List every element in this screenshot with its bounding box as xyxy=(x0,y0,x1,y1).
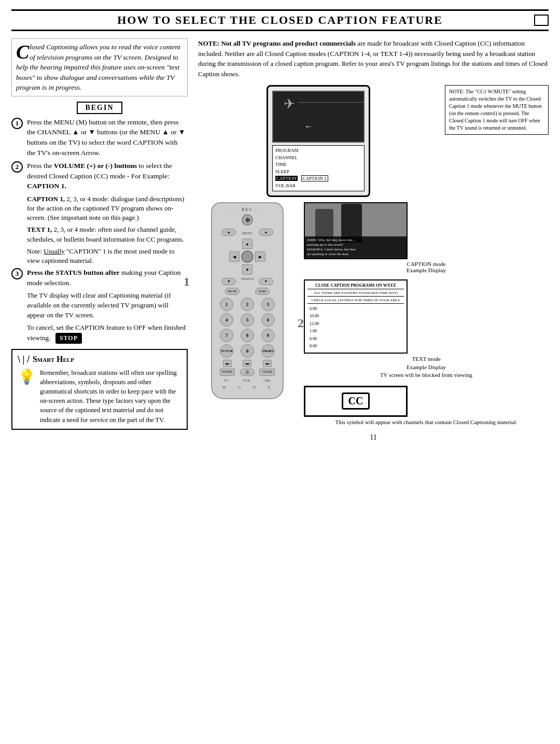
arrow-icon: ← xyxy=(304,122,313,131)
btn-tvcvr[interactable]: TV/VCR xyxy=(220,344,233,358)
dpad: ▲ ▼ ◀ ▶ MENU STATUS xyxy=(229,238,265,275)
remote-panels: 1 · · · REC · · · ⏻ ▲ ▲ xyxy=(198,202,549,426)
dpad-center[interactable] xyxy=(241,250,254,263)
btn-rect3[interactable]: ▬ xyxy=(263,360,272,367)
cc-badge: CC xyxy=(342,392,370,410)
btn-antenna[interactable]: ⊙ xyxy=(240,369,255,376)
title-text: How to Select the Closed Caption Feature xyxy=(117,13,443,26)
text-mode-label: TEXT mode Example Display TV screen will… xyxy=(304,355,549,379)
btn-7[interactable]: 7 xyxy=(220,329,233,342)
text-label2: Example Display xyxy=(304,363,549,371)
stop-badge: STOP xyxy=(55,333,82,344)
cc-symbol-caption: This symbol will appear with channels th… xyxy=(304,418,549,426)
btn-8[interactable]: 8 xyxy=(241,329,254,342)
dpad-down[interactable]: ▼ xyxy=(242,264,253,275)
text-mode-times: 6:00 10:00 12:00 1:00 6:00 8:00 xyxy=(307,305,404,350)
power-button[interactable]: ⏻ xyxy=(242,214,253,226)
step-3: 3 Press the STATUS button after making y… xyxy=(11,268,188,288)
cc-symbol-panel: CC This symbol will appear with channels… xyxy=(304,386,549,426)
btn-rect1[interactable]: ▬ xyxy=(223,360,232,367)
smart-help-title: \ | / Smart Help xyxy=(18,354,181,365)
page-title: How to Select the Closed Caption Feature xyxy=(11,9,549,31)
vol-up-btn[interactable]: ▲ xyxy=(259,229,273,236)
vol-down-btn[interactable]: ▼ xyxy=(259,278,273,285)
time-3: 12:00 xyxy=(310,320,404,328)
remote-illustration: 1 · · · REC · · · ⏻ ▲ ▲ xyxy=(198,202,297,399)
dpad-left[interactable]: ◀ xyxy=(229,251,240,262)
text-label1: TEXT mode xyxy=(304,355,549,363)
caption-line3: MARSHA: I don't know, but they xyxy=(307,247,404,252)
text-bold: TEXT 1, xyxy=(27,226,52,233)
menu-item-caption: CAPTION CAPTION 1 xyxy=(275,175,361,183)
remote-label-1: 1 xyxy=(184,275,190,289)
left-column: C losed Captioning allows you to read th… xyxy=(11,38,188,430)
step-1-content: Press the MENU (M) button on the remote,… xyxy=(27,117,188,158)
btn-4[interactable]: 4 xyxy=(220,313,233,327)
caption-line4: are pushing to close the deal. xyxy=(307,252,404,257)
dpad-right[interactable]: ▶ xyxy=(255,251,265,262)
btn-9[interactable]: 9 xyxy=(261,329,275,342)
intro-body: losed Captioning allows you to read the … xyxy=(16,43,180,91)
mute-btn[interactable]: MUTE xyxy=(225,288,240,295)
btn-rect2[interactable]: ▬ xyxy=(243,360,251,367)
step-2: 2 Press the VOLUME (+) or (-) buttons to… xyxy=(11,161,188,191)
menu-item-volbar: VOL BAR xyxy=(275,183,361,190)
time-4: 1:00 xyxy=(310,328,404,335)
btn-0[interactable]: 0 xyxy=(241,344,254,358)
note-banner: NOTE: Not all TV programs and product co… xyxy=(198,38,549,79)
dpad-label-status: STATUS xyxy=(241,277,254,281)
btn-enter[interactable]: ENTER xyxy=(220,369,235,376)
btn-3[interactable]: 3 xyxy=(261,298,275,311)
text-mode-sub2: CHECK LOCAL LISTINGS FOR TIMES IN YOUR A… xyxy=(307,298,404,304)
btn-clear[interactable]: CLEAR xyxy=(259,369,275,376)
page-number: 11 xyxy=(198,433,549,442)
main-layout: C losed Captioning allows you to read th… xyxy=(11,38,549,442)
remote-wrapper: 1 · · · REC · · · ⏻ ▲ ▲ xyxy=(198,202,297,399)
slash-decoration: \ | / xyxy=(18,354,30,365)
btn-1[interactable]: 1 xyxy=(220,298,233,311)
right-top-area: ✈ ← PROGRAM CHANNEL TIME SLEEP xyxy=(198,85,549,197)
mode-m: M xyxy=(222,385,228,389)
step-2-content: Press the VOLUME (+) or (-) buttons to s… xyxy=(27,161,188,191)
plane-icon: ✈ xyxy=(284,96,295,112)
remote-label-2: 2 xyxy=(298,316,304,330)
rec-label: · · · REC · · · xyxy=(217,207,277,212)
ch-up-btn[interactable]: ▲ xyxy=(221,229,236,236)
step-2-text: Press the VOLUME (+) or (-) buttons to s… xyxy=(27,162,172,190)
step-3-num: 3 xyxy=(11,268,27,279)
corner-decoration xyxy=(534,15,549,26)
text-mode-header: CLOSE CAPTION PROGRAMS ON WXYZ xyxy=(307,283,404,289)
right-panels: JOHN: Why did they move the... meeting u… xyxy=(304,202,549,426)
step-2-note: Note: Usually "CAPTION" 1 is the most us… xyxy=(27,247,188,265)
caption-display: JOHN: Why did they move the... meeting u… xyxy=(304,202,408,259)
step-1-circle: 1 xyxy=(11,118,23,129)
remote-body: · · · REC · · · ⏻ ▲ ▲ ▲ xyxy=(211,202,284,399)
btn-2[interactable]: 2 xyxy=(241,298,254,311)
surf-btn[interactable]: SURF xyxy=(255,288,270,295)
step-1-num: 1 xyxy=(11,117,27,129)
btn-smart[interactable]: SMART xyxy=(261,344,275,358)
begin-box: BEGIN xyxy=(11,102,188,114)
mode-row: TV VCR CBL xyxy=(217,378,277,383)
caption-selected: CAPTION xyxy=(275,176,298,181)
step-3-circle: 3 xyxy=(11,268,23,279)
caption-sublabel-text: Example Display xyxy=(304,267,549,273)
btn-6[interactable]: 6 xyxy=(261,313,275,327)
text-label3: TV screen will be blocked from viewing xyxy=(304,371,549,379)
btn-5[interactable]: 5 xyxy=(241,313,254,327)
time-6: 8:00 xyxy=(310,343,404,350)
note-underline: Usually xyxy=(44,247,64,255)
dpad-up[interactable]: ▲ xyxy=(242,238,253,249)
text-mode-sub1: ALL ITEMS ARE EASTERN STANDARD TIME (EST… xyxy=(307,291,404,297)
mode-d: D xyxy=(253,385,258,389)
begin-label: BEGIN xyxy=(77,102,122,114)
tv-center: ✈ ← PROGRAM CHANNEL TIME SLEEP xyxy=(198,85,439,197)
mode-vcr: VCR xyxy=(243,378,250,383)
ch-down-btn[interactable]: ▼ xyxy=(221,278,236,285)
step-1-text: Press the MENU (M) button on the remote,… xyxy=(27,118,185,157)
note-bold: NOTE: Not all TV programs and product co… xyxy=(198,39,356,47)
time-2: 10:00 xyxy=(310,313,404,320)
tv-wrapper: ✈ ← PROGRAM CHANNEL TIME SLEEP xyxy=(256,85,381,197)
text-mode-box: CLOSE CAPTION PROGRAMS ON WXYZ ALL ITEMS… xyxy=(304,279,408,354)
mode-tv: TV xyxy=(224,378,229,383)
